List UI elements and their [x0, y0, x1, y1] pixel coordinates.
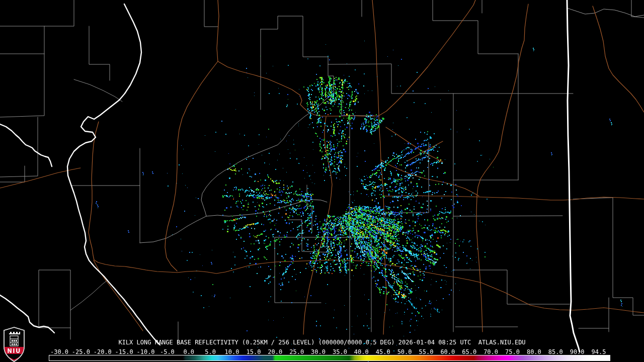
scale-tick-labels: -30.0-25.0-20.0-15.0-10.0-5.00.05.010.01… [0, 348, 644, 354]
scale-label: 5.0 [205, 348, 216, 355]
scale-label: 15.0 [246, 348, 261, 355]
scale-label: 60.0 [440, 348, 455, 355]
reflectivity-scale: -30.0-25.0-20.0-15.0-10.0-5.00.05.010.01… [0, 348, 644, 362]
scale-label: 55.0 [419, 348, 434, 355]
scale-label: 85.0 [548, 348, 563, 355]
scale-label: 70.0 [484, 348, 498, 355]
scale-label: 50.0 [397, 348, 412, 355]
niu-logo: NIU [4, 327, 25, 362]
scale-label: -20.0 [94, 348, 112, 355]
scale-label: 94.5 [592, 348, 606, 355]
scale-label: 90.0 [570, 348, 585, 355]
scale-label: 30.0 [311, 348, 326, 355]
radar-display: KILX LONG RANGE BASE REFLECTIVITY (0.25K… [0, 0, 644, 362]
scale-label: -10.0 [136, 348, 154, 355]
scale-label: -25.0 [72, 348, 90, 355]
scale-label: -30.0 [50, 348, 68, 355]
scale-label: 75.0 [505, 348, 520, 355]
niu-wordmark: NIU [7, 347, 21, 354]
scale-label: 0.0 [183, 348, 194, 355]
product-caption: KILX LONG RANGE BASE REFLECTIVITY (0.25K… [0, 339, 644, 346]
scale-label: -5.0 [160, 348, 175, 355]
scale-colorbar [49, 355, 610, 361]
scale-label: 45.0 [376, 348, 390, 355]
scale-label: 65.0 [462, 348, 476, 355]
scale-label: -15.0 [115, 348, 133, 355]
scale-label: 35.0 [333, 348, 347, 355]
scale-label: 20.0 [268, 348, 282, 355]
scale-label: 40.0 [354, 348, 369, 355]
scale-label: 10.0 [225, 348, 239, 355]
radar-echoes-canvas [0, 0, 644, 362]
scale-label: 25.0 [289, 348, 304, 355]
scale-label: 80.0 [527, 348, 541, 355]
